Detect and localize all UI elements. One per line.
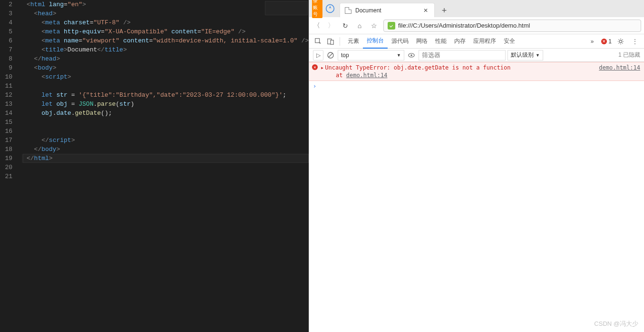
code-line[interactable]: <meta http-equiv="X-UA-Compatible" conte…: [22, 27, 309, 36]
chevron-down-icon: ▼: [536, 53, 540, 58]
error-source-link[interactable]: demo.html:14: [599, 64, 640, 79]
line-number: 5: [0, 27, 12, 36]
console-toolbar: ▷ top ▼ 默认级别 ▼ 1 已隐藏: [309, 49, 644, 62]
code-line[interactable]: <meta charset="UTF-8" />: [22, 18, 309, 27]
devtools-tab-3[interactable]: 网络: [412, 34, 431, 49]
reload-button[interactable]: ↻: [341, 21, 350, 30]
svg-point-5: [619, 40, 622, 42]
code-line[interactable]: [22, 127, 309, 136]
line-number: 16: [0, 127, 12, 136]
line-number: 3: [0, 9, 12, 18]
hidden-count[interactable]: 1 已隐藏: [618, 51, 640, 59]
context-selector[interactable]: top ▼: [338, 50, 404, 60]
console-error-row[interactable]: ✕ ▸Uncaught TypeError: obj.date.getDate …: [309, 62, 644, 81]
code-line[interactable]: obj.date.getDate();: [22, 109, 309, 118]
svg-rect-4: [331, 40, 333, 44]
line-number: 7: [0, 45, 12, 54]
browser-tab[interactable]: Document ✕: [340, 3, 435, 17]
devtools-menu-icon[interactable]: ⋮: [630, 36, 640, 47]
error-icon: ✕: [312, 64, 318, 70]
close-tab-icon[interactable]: ✕: [422, 7, 429, 14]
console-output[interactable]: ✕ ▸Uncaught TypeError: obj.date.getDate …: [309, 62, 644, 332]
code-line[interactable]: <script>: [22, 72, 309, 81]
device-toggle-icon[interactable]: [325, 36, 336, 47]
filter-input[interactable]: [419, 50, 506, 60]
devtools-tab-2[interactable]: 源代码: [388, 34, 412, 49]
devtools-tab-4[interactable]: 性能: [431, 34, 450, 49]
code-line[interactable]: [22, 163, 309, 172]
code-line[interactable]: [22, 172, 309, 181]
console-prompt[interactable]: ›: [309, 81, 644, 91]
settings-gear-icon[interactable]: [615, 36, 626, 47]
chevron-down-icon: ▼: [397, 53, 401, 58]
inspect-element-icon[interactable]: [313, 36, 323, 47]
shield-icon: [388, 22, 395, 30]
log-level-selector[interactable]: 默认级别 ▼: [507, 50, 543, 60]
back-button[interactable]: 〈: [312, 21, 322, 30]
code-line[interactable]: let str = '{"title":"Birthday","date":"2…: [22, 91, 309, 100]
address-bar: 〈 〉 ↻ ⌂ ☆ file:///C:/Users/Administrator…: [309, 17, 644, 34]
devtools-tabbar: 元素控制台源代码网络性能内存应用程序安全 » ✕ 1 ⋮: [309, 34, 644, 49]
svg-point-9: [410, 54, 412, 56]
line-number: 14: [0, 109, 12, 118]
home-button[interactable]: ⌂: [355, 21, 364, 30]
line-number: 21: [0, 172, 12, 181]
code-line[interactable]: let obj = JSON.parse(str): [22, 100, 309, 109]
minimap[interactable]: [265, 1, 308, 15]
line-number: 12: [0, 91, 12, 100]
line-number: 13: [0, 100, 12, 109]
line-number: 18: [0, 145, 12, 154]
code-line[interactable]: </script>: [22, 136, 309, 145]
code-area[interactable]: <html lang="en"> <head> <meta charset="U…: [19, 0, 309, 332]
browser-window: 登录账号 Document ✕ + 〈 〉 ↻ ⌂ ☆ file:///C:/U…: [309, 0, 644, 332]
new-tab-button[interactable]: +: [440, 7, 448, 14]
console-sidebar-toggle-icon[interactable]: ▷: [313, 50, 323, 60]
code-line[interactable]: </html>: [22, 154, 309, 163]
svg-line-7: [329, 53, 332, 57]
live-expression-icon[interactable]: [406, 50, 417, 60]
line-number: 15: [0, 118, 12, 127]
code-line[interactable]: <body>: [22, 63, 309, 72]
error-count-badge[interactable]: ✕ 1: [601, 38, 612, 45]
error-stack-link[interactable]: demo.html:14: [346, 72, 388, 79]
line-number-gutter: 23456789101112131415161718192021: [0, 0, 19, 332]
error-message: Uncaught TypeError: obj.date.getDate is …: [325, 64, 510, 71]
tab-title: Document: [355, 7, 381, 14]
browser-logo-area[interactable]: 登录账号: [312, 8, 322, 17]
line-number: 2: [0, 0, 12, 9]
clear-console-icon[interactable]: [325, 50, 336, 60]
url-input[interactable]: file:///C:/Users/Administrator/Desktop/d…: [383, 20, 641, 32]
devtools-tab-0[interactable]: 元素: [344, 34, 363, 49]
code-line[interactable]: [22, 81, 309, 91]
line-number: 8: [0, 54, 12, 63]
error-dot-icon: ✕: [601, 39, 607, 44]
expand-arrow-icon[interactable]: ▸: [321, 64, 324, 71]
watermark: CSDN @冯大少: [594, 320, 638, 328]
devtools-more-tabs[interactable]: »: [587, 34, 598, 49]
devtools-tab-1[interactable]: 控制台: [363, 34, 388, 49]
code-line[interactable]: </head>: [22, 54, 309, 63]
code-line[interactable]: <title>Document</title>: [22, 45, 309, 54]
devtools-tab-5[interactable]: 内存: [450, 34, 469, 49]
document-icon: [345, 7, 351, 14]
forward-button[interactable]: 〉: [326, 21, 336, 30]
favorite-button[interactable]: ☆: [369, 21, 379, 30]
url-text: file:///C:/Users/Administrator/Desktop/d…: [398, 22, 530, 29]
browser-tab-strip: 登录账号 Document ✕ +: [309, 0, 644, 17]
line-number: 17: [0, 136, 12, 145]
line-number: 19: [0, 154, 12, 163]
line-number: 9: [0, 63, 12, 72]
code-line[interactable]: [22, 118, 309, 127]
code-editor[interactable]: 23456789101112131415161718192021 <html l…: [0, 0, 309, 332]
compass-icon[interactable]: [325, 4, 335, 13]
line-number: 20: [0, 163, 12, 172]
line-number: 6: [0, 36, 12, 45]
line-number: 4: [0, 18, 12, 27]
login-badge[interactable]: 登录账号: [312, 0, 322, 18]
code-line[interactable]: </body>: [22, 145, 309, 154]
devtools-tab-7[interactable]: 安全: [500, 34, 519, 49]
line-number: 11: [0, 81, 12, 91]
devtools-tab-6[interactable]: 应用程序: [469, 34, 500, 49]
code-line[interactable]: <meta name="viewport" content="width=dev…: [22, 36, 309, 45]
line-number: 10: [0, 72, 12, 81]
